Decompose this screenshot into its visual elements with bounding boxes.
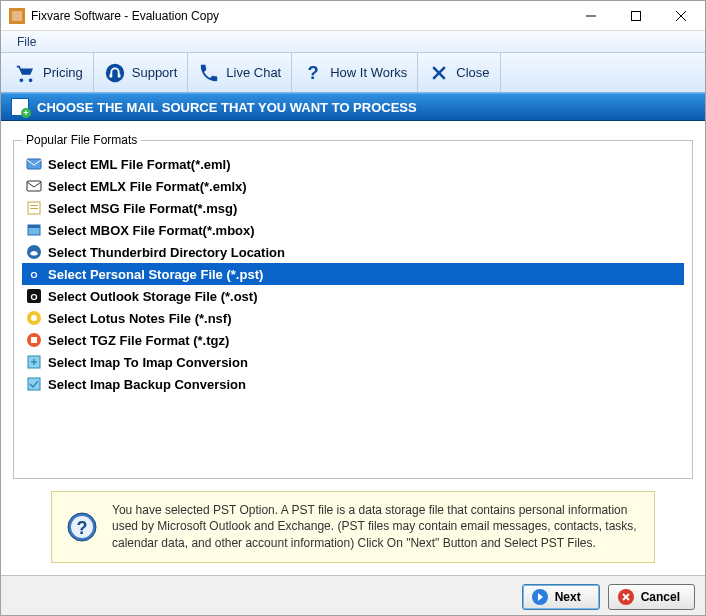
svg-rect-16 xyxy=(30,208,38,209)
maximize-button[interactable] xyxy=(613,1,658,30)
add-document-icon xyxy=(11,98,29,116)
format-item-mbox[interactable]: Select MBOX File Format(*.mbox) xyxy=(22,219,684,241)
format-item-label: Select EMLX File Format(*.emlx) xyxy=(48,179,247,194)
format-item-label: Select Thunderbird Directory Location xyxy=(48,245,285,260)
format-item-label: Select TGZ File Format (*.tgz) xyxy=(48,333,229,348)
support-label: Support xyxy=(132,65,178,80)
svg-rect-7 xyxy=(109,73,112,77)
toolbar: Pricing Support Live Chat ? How It Works… xyxy=(1,53,705,93)
close-toolbar-button[interactable]: Close xyxy=(418,53,500,92)
footer: Next Cancel xyxy=(1,575,705,616)
nsf-icon xyxy=(26,310,42,326)
svg-rect-12 xyxy=(27,159,41,169)
msg-icon xyxy=(26,200,42,216)
format-item-imap-backup[interactable]: Select Imap Backup Conversion xyxy=(22,373,684,395)
cancel-label: Cancel xyxy=(641,590,680,604)
pst-icon: O xyxy=(26,266,42,282)
svg-text:O: O xyxy=(30,292,37,302)
emlx-icon xyxy=(26,178,42,194)
question-icon: ? xyxy=(302,62,324,84)
file-formats-group: Popular File Formats Select EML File For… xyxy=(13,133,693,479)
format-item-label: Select MSG File Format(*.msg) xyxy=(48,201,237,216)
window-close-button[interactable] xyxy=(658,1,703,30)
format-item-label: Select Outlook Storage File (*.ost) xyxy=(48,289,257,304)
svg-text:O: O xyxy=(30,270,37,280)
format-item-label: Select EML File Format(*.eml) xyxy=(48,157,231,172)
next-label: Next xyxy=(555,590,581,604)
svg-point-25 xyxy=(31,315,37,321)
how-it-works-button[interactable]: ? How It Works xyxy=(292,53,418,92)
svg-rect-27 xyxy=(31,337,37,343)
svg-rect-13 xyxy=(27,181,41,191)
format-item-label: Select Personal Storage File (*.pst) xyxy=(48,267,263,282)
svg-text:?: ? xyxy=(308,62,319,83)
format-item-label: Select Lotus Notes File (*.nsf) xyxy=(48,311,231,326)
live-chat-label: Live Chat xyxy=(226,65,281,80)
format-item-thunderbird[interactable]: Select Thunderbird Directory Location xyxy=(22,241,684,263)
format-item-ost[interactable]: OSelect Outlook Storage File (*.ost) xyxy=(22,285,684,307)
main-content: Popular File Formats Select EML File For… xyxy=(1,121,705,575)
how-it-works-label: How It Works xyxy=(330,65,407,80)
format-item-tgz[interactable]: Select TGZ File Format (*.tgz) xyxy=(22,329,684,351)
cancel-icon xyxy=(617,588,635,606)
format-item-eml[interactable]: Select EML File Format(*.eml) xyxy=(22,153,684,175)
next-button[interactable]: Next xyxy=(522,584,600,610)
format-item-nsf[interactable]: Select Lotus Notes File (*.nsf) xyxy=(22,307,684,329)
banner: CHOOSE THE MAIL SOURCE THAT YOU WANT TO … xyxy=(1,93,705,121)
cancel-button[interactable]: Cancel xyxy=(608,584,695,610)
next-arrow-icon xyxy=(531,588,549,606)
format-item-imap[interactable]: Select Imap To Imap Conversion xyxy=(22,351,684,373)
svg-rect-29 xyxy=(28,378,40,390)
format-item-label: Select MBOX File Format(*.mbox) xyxy=(48,223,255,238)
svg-text:?: ? xyxy=(77,518,88,538)
close-icon xyxy=(428,62,450,84)
pricing-button[interactable]: Pricing xyxy=(5,53,94,92)
mbox-icon xyxy=(26,222,42,238)
phone-icon xyxy=(198,62,220,84)
ost-icon: O xyxy=(26,288,42,304)
thunderbird-icon xyxy=(26,244,42,260)
app-logo-icon xyxy=(9,8,25,24)
svg-rect-1 xyxy=(12,11,22,21)
svg-rect-15 xyxy=(30,205,38,206)
support-button[interactable]: Support xyxy=(94,53,189,92)
headset-icon xyxy=(104,62,126,84)
imap-icon xyxy=(26,354,42,370)
minimize-button[interactable] xyxy=(568,1,613,30)
format-item-emlx[interactable]: Select EMLX File Format(*.emlx) xyxy=(22,175,684,197)
menubar: File xyxy=(1,31,705,53)
close-label: Close xyxy=(456,65,489,80)
eml-icon xyxy=(26,156,42,172)
format-item-pst[interactable]: OSelect Personal Storage File (*.pst) xyxy=(22,263,684,285)
info-panel: ? You have selected PST Option. A PST fi… xyxy=(51,491,655,563)
tgz-icon xyxy=(26,332,42,348)
format-item-label: Select Imap To Imap Conversion xyxy=(48,355,248,370)
cart-icon xyxy=(15,62,37,84)
svg-rect-3 xyxy=(631,11,640,20)
format-item-msg[interactable]: Select MSG File Format(*.msg) xyxy=(22,197,684,219)
info-question-icon: ? xyxy=(66,511,98,543)
svg-rect-8 xyxy=(118,73,121,77)
live-chat-button[interactable]: Live Chat xyxy=(188,53,292,92)
info-text: You have selected PST Option. A PST file… xyxy=(112,502,640,552)
pricing-label: Pricing xyxy=(43,65,83,80)
file-formats-legend: Popular File Formats xyxy=(22,133,141,147)
menu-file[interactable]: File xyxy=(9,33,44,51)
svg-rect-18 xyxy=(28,225,40,228)
file-format-list: Select EML File Format(*.eml)Select EMLX… xyxy=(22,153,684,395)
titlebar: Fixvare Software - Evaluation Copy xyxy=(1,1,705,31)
format-item-label: Select Imap Backup Conversion xyxy=(48,377,246,392)
imap-backup-icon xyxy=(26,376,42,392)
window-title: Fixvare Software - Evaluation Copy xyxy=(31,9,568,23)
banner-text: CHOOSE THE MAIL SOURCE THAT YOU WANT TO … xyxy=(37,100,417,115)
svg-point-6 xyxy=(106,63,124,81)
